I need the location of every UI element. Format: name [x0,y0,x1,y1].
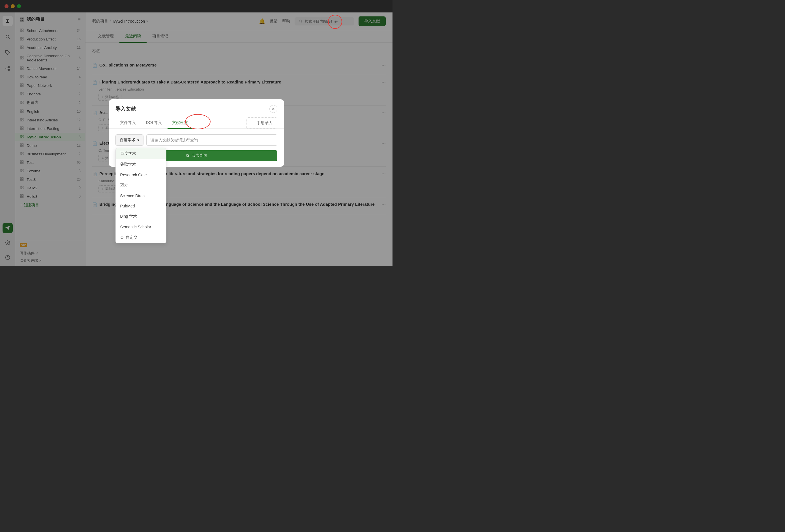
modal-title: 导入文献 [116,105,136,112]
dropdown-item-researchgate[interactable]: Research Gate [116,170,166,180]
dropdown-item-baidu[interactable]: 百度学术 [116,148,166,159]
modal-tab-doi[interactable]: DOI 导入 [142,118,167,129]
source-select: 百度学术 ▾ 百度学术 谷歌学术 Research Gate [116,134,144,146]
dropdown-item-sciencedirect[interactable]: Science Direct [116,191,166,201]
source-dropdown-btn[interactable]: 百度学术 ▾ [116,134,144,146]
svg-point-97 [186,154,188,156]
dropdown-item-google[interactable]: 谷歌学术 [116,159,166,170]
modal-close-button[interactable]: ✕ [270,105,277,113]
modal-search-input[interactable] [146,134,277,146]
modal-overlay[interactable]: 导入文献 ✕ 文件导入 DOI 导入 文献检索 ＋ 手动录入 百度学术 ▾ [0,0,392,266]
dropdown-item-bing[interactable]: Bing 学术 [116,211,166,222]
modal-tab-search[interactable]: 文献检索 [168,118,193,129]
modal-tabs: 文件导入 DOI 导入 文献检索 ＋ 手动录入 [109,118,284,129]
source-dropdown-menu: 百度学术 谷歌学术 Research Gate 万方 Science Direc [116,148,167,243]
search-icon [186,154,189,158]
import-modal: 导入文献 ✕ 文件导入 DOI 导入 文献检索 ＋ 手动录入 百度学术 ▾ [109,99,284,167]
dropdown-item-pubmed[interactable]: PubMed [116,201,166,211]
modal-body: 百度学术 ▾ 百度学术 谷歌学术 Research Gate [109,129,284,167]
modal-tab-file[interactable]: 文件导入 [116,118,141,129]
search-row: 百度学术 ▾ 百度学术 谷歌学术 Research Gate [116,134,277,146]
modal-header: 导入文献 ✕ [109,99,284,118]
dropdown-item-wanfang[interactable]: 万方 [116,180,166,191]
dropdown-custom-item[interactable]: ⚙ 自定义 [116,232,166,243]
svg-line-98 [188,156,189,157]
dropdown-item-semantic[interactable]: Semantic Scholar [116,222,166,232]
manual-entry-button[interactable]: ＋ 手动录入 [246,118,277,128]
